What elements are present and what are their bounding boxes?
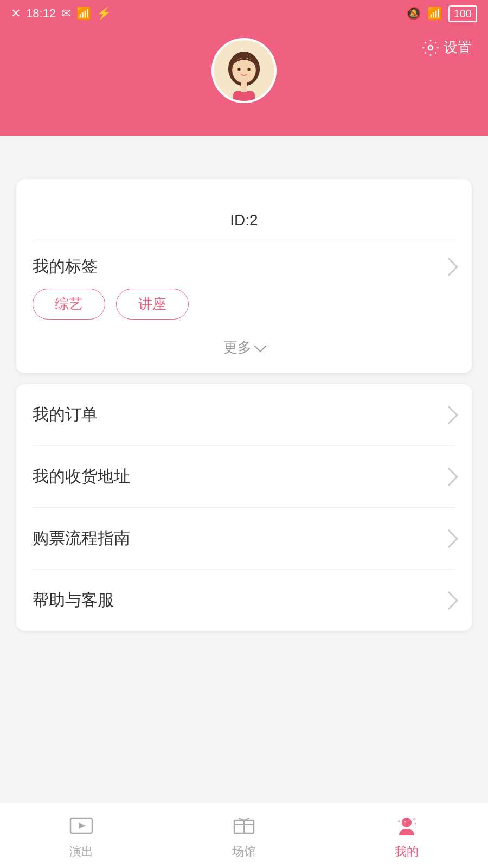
svg-point-15 bbox=[415, 822, 416, 824]
status-left: ✕ 18:12 ✉ 📶 ⚡ bbox=[11, 7, 111, 21]
svg-point-4 bbox=[237, 68, 240, 71]
address-chevron-icon bbox=[440, 468, 458, 486]
svg-point-5 bbox=[247, 68, 250, 71]
menu-orders-label: 我的订单 bbox=[33, 404, 98, 426]
header-area: 设置 bbox=[0, 27, 488, 136]
settings-icon bbox=[422, 39, 439, 56]
shows-icon bbox=[68, 812, 95, 839]
svg-point-13 bbox=[398, 820, 400, 822]
status-bar: ✕ 18:12 ✉ 📶 ⚡ 🔕 📶 100 bbox=[0, 0, 488, 27]
svg-marker-9 bbox=[79, 822, 86, 829]
settings-button[interactable]: 设置 bbox=[422, 38, 472, 57]
settings-label: 设置 bbox=[444, 38, 472, 57]
mine-label: 我的 bbox=[395, 844, 419, 860]
menu-section: 我的订单 我的收货地址 购票流程指南 帮助与客服 bbox=[16, 384, 472, 631]
status-time: 18:12 bbox=[26, 7, 56, 21]
orders-chevron-icon bbox=[440, 406, 458, 424]
tag-item-variety[interactable]: 综艺 bbox=[33, 289, 105, 320]
more-button[interactable]: 更多 bbox=[33, 333, 455, 357]
nav-item-mine[interactable]: 我的 bbox=[325, 812, 488, 860]
nav-item-venues[interactable]: 场馆 bbox=[163, 812, 325, 860]
venues-icon bbox=[230, 812, 258, 839]
tags-section: 我的标签 综艺 讲座 更多 bbox=[33, 256, 455, 357]
wifi-icon: 📶 bbox=[427, 7, 442, 21]
usb-icon: ⚡ bbox=[97, 7, 111, 21]
menu-item-address[interactable]: 我的收货地址 bbox=[33, 446, 455, 508]
chevron-down-icon bbox=[254, 340, 267, 352]
svg-point-17 bbox=[404, 821, 406, 822]
guide-chevron-icon bbox=[440, 529, 458, 548]
close-icon: ✕ bbox=[11, 7, 21, 21]
svg-point-14 bbox=[413, 818, 416, 820]
menu-item-orders[interactable]: 我的订单 bbox=[33, 384, 455, 446]
svg-rect-7 bbox=[241, 82, 247, 92]
bottom-nav: 演出 场馆 bbox=[0, 803, 488, 868]
mine-icon bbox=[393, 812, 420, 839]
tags-chevron-icon bbox=[440, 258, 458, 276]
venues-label: 场馆 bbox=[232, 844, 256, 860]
avatar[interactable] bbox=[211, 38, 277, 103]
menu-guide-label: 购票流程指南 bbox=[33, 527, 130, 550]
avatar-image bbox=[217, 47, 271, 101]
avatar-container bbox=[211, 38, 277, 103]
menu-help-label: 帮助与客服 bbox=[33, 589, 114, 611]
help-chevron-icon bbox=[440, 591, 458, 610]
tags-title: 我的标签 bbox=[33, 256, 455, 278]
tags-list: 综艺 讲座 bbox=[33, 289, 455, 320]
status-right: 🔕 📶 100 bbox=[406, 5, 477, 22]
user-id: ID:2 bbox=[33, 212, 455, 242]
svg-point-16 bbox=[402, 818, 412, 827]
nav-item-shows[interactable]: 演出 bbox=[0, 812, 163, 860]
signal-icon: 📶 bbox=[76, 7, 91, 21]
menu-item-guide[interactable]: 购票流程指南 bbox=[33, 508, 455, 570]
svg-rect-6 bbox=[233, 91, 255, 101]
bell-icon: 🔕 bbox=[406, 7, 421, 21]
shows-label: 演出 bbox=[69, 844, 93, 860]
menu-item-help[interactable]: 帮助与客服 bbox=[33, 570, 455, 631]
battery-label: 100 bbox=[448, 5, 477, 22]
svg-point-0 bbox=[428, 46, 433, 50]
tag-item-lecture[interactable]: 讲座 bbox=[116, 289, 189, 320]
menu-address-label: 我的收货地址 bbox=[33, 465, 130, 488]
profile-card: ID:2 我的标签 综艺 讲座 更多 bbox=[16, 179, 472, 373]
mail-icon: ✉ bbox=[61, 7, 71, 21]
